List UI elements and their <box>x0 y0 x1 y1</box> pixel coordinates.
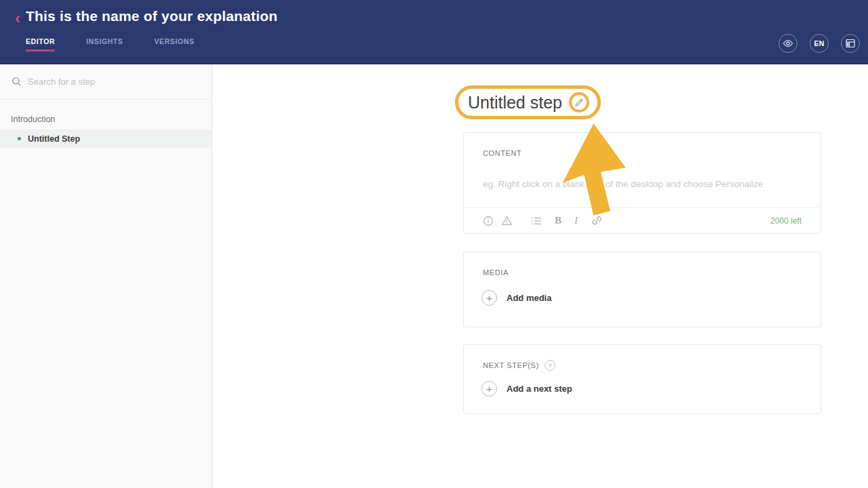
sidebar-step-untitled[interactable]: Untitled Step <box>0 129 212 148</box>
tab-versions[interactable]: VERSIONS <box>154 37 194 52</box>
content-card-label: CONTENT <box>483 149 521 157</box>
header-tabs: EDITOR INSIGHTS VERSIONS <box>26 37 195 52</box>
app-header: ‹ This is the name of your explanation E… <box>0 0 868 64</box>
tab-editor[interactable]: EDITOR <box>26 37 55 52</box>
next-steps-label: NEXT STEP(S) <box>483 361 539 369</box>
step-title[interactable]: Untitled step <box>468 93 562 113</box>
steps-sidebar: Introduction Untitled Step <box>0 64 212 488</box>
italic-icon[interactable]: I <box>574 215 578 226</box>
chars-left-counter: 2000 left <box>770 216 802 226</box>
language-button[interactable]: EN <box>810 34 829 53</box>
content-placeholder[interactable]: eg. Right click on a blank part of the d… <box>483 179 764 189</box>
header-actions: EN <box>778 34 860 53</box>
explanation-title: This is the name of your explanation <box>26 8 277 24</box>
layout-icon <box>846 39 855 48</box>
bold-icon[interactable]: B <box>555 215 561 226</box>
pencil-icon <box>574 98 584 107</box>
content-card: CONTENT eg. Right click on a blank part … <box>463 132 821 234</box>
tab-insights[interactable]: INSIGHTS <box>86 37 123 52</box>
eye-icon <box>783 38 793 49</box>
step-title-highlight: Untitled step <box>455 85 601 119</box>
preview-button[interactable] <box>778 34 797 53</box>
step-search[interactable] <box>0 64 212 100</box>
section-title: Introduction <box>11 115 212 124</box>
editor-main: Untitled step CONTENT eg. Right click on… <box>463 64 821 488</box>
language-label: EN <box>814 39 824 47</box>
info-icon[interactable] <box>483 216 494 226</box>
warning-icon[interactable] <box>501 216 513 226</box>
step-status-dot <box>18 137 21 140</box>
step-label: Untitled Step <box>28 134 80 144</box>
edit-title-button[interactable] <box>569 92 589 113</box>
add-next-step-label: Add a next step <box>507 384 572 394</box>
list-icon[interactable] <box>531 216 542 226</box>
media-card: MEDIA + Add media <box>463 251 821 327</box>
add-media-button[interactable]: + Add media <box>481 290 551 306</box>
content-toolbar: B I 2000 left <box>464 207 821 233</box>
link-icon[interactable] <box>591 216 602 226</box>
back-button[interactable]: ‹ <box>9 9 26 28</box>
plus-icon: + <box>481 381 497 396</box>
search-input[interactable] <box>28 77 191 87</box>
plus-icon: + <box>481 290 497 306</box>
next-steps-card: NEXT STEP(S) ? + Add a next step <box>463 344 821 414</box>
add-next-step-button[interactable]: + Add a next step <box>481 381 572 396</box>
layout-toggle-button[interactable] <box>841 34 860 53</box>
search-icon <box>12 77 22 87</box>
media-card-label: MEDIA <box>483 268 509 277</box>
add-media-label: Add media <box>507 293 551 303</box>
help-icon[interactable]: ? <box>545 360 555 371</box>
